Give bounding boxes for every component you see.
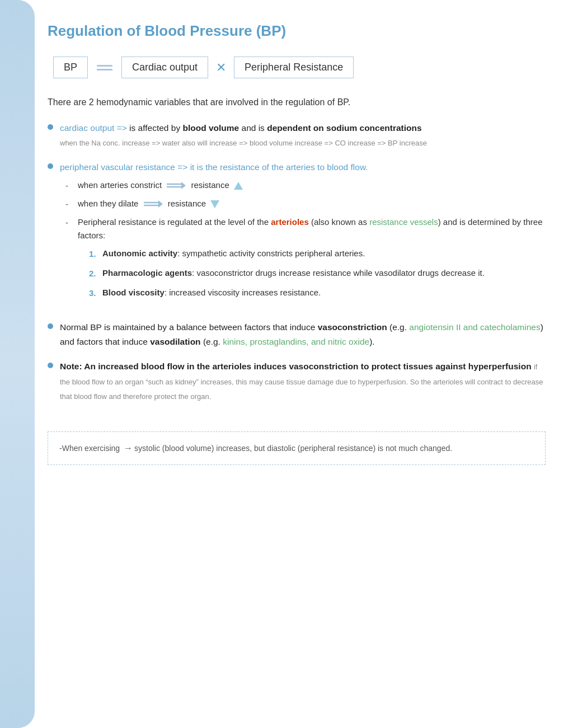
intro-text: There are 2 hemodynamic variables that a… — [48, 95, 546, 110]
numbered-bold-2: Pharmacologic agents — [102, 268, 192, 278]
bullet-dot-4 — [48, 363, 53, 368]
list-item-note: Note: An increased blood flow in the art… — [48, 359, 546, 403]
b3-text1: Normal BP is maintained by a balance bet… — [60, 322, 318, 332]
bullet-content-2: peripheral vascular resistance => it is … — [60, 160, 546, 309]
num-label-1: 1. — [89, 247, 98, 261]
term-cardiac-output: cardiac output => — [60, 123, 127, 133]
numbered-item-2: 2. Pharmacologic agents: vasoconstrictor… — [89, 266, 546, 280]
dash-3: - — [65, 216, 72, 229]
term-pvr: peripheral vascular resistance => — [60, 162, 187, 172]
pr-box: Peripheral Resistance — [234, 57, 354, 78]
numbered-content-2: Pharmacologic agents: vasoconstrictor dr… — [102, 266, 485, 280]
sub2-content: when they dilate resistance — [78, 197, 219, 210]
arrow-dilate — [144, 200, 163, 209]
bullet-dot-1 — [48, 124, 53, 130]
main-list: cardiac output => is affected by blood v… — [48, 121, 546, 404]
note-box: -When exercising →systolic (blood volume… — [48, 431, 546, 465]
page-title: Regulation of Blood Pressure (BP) — [48, 22, 546, 40]
numbered-rest-1: : sympathetic activity constricts periph… — [177, 248, 365, 258]
sub1-text2: resistance — [191, 180, 229, 190]
b3-text4: (e.g. — [201, 337, 223, 346]
b3-green2: kinins, prostaglandins, and nitric oxide — [223, 337, 369, 346]
formula-container: BP Cardiac output ✕ Peripheral Resistanc… — [53, 57, 546, 78]
bullet2-blue-text: it is the resistance of the arteries to … — [187, 162, 368, 172]
left-sidebar — [0, 0, 35, 728]
down-arrow-icon — [210, 200, 219, 208]
numbered-content-3: Blood viscosity: increased viscosity inc… — [102, 286, 321, 299]
b3-green1: angiotensin II and catecholamines — [409, 322, 540, 332]
bp-box: BP — [53, 57, 88, 78]
numbered-content-1: Autonomic activity: sympathetic activity… — [102, 247, 365, 260]
bullet-dot-2 — [48, 163, 53, 169]
co-box: Cardiac output — [121, 57, 208, 78]
svg-marker-5 — [158, 200, 163, 208]
bullet1-bold2: dependent on sodium concentrations — [267, 123, 421, 133]
numbered-rest-2: : vasoconstrictor drugs increase resista… — [192, 268, 485, 278]
list-item-normal-bp: Normal BP is maintained by a balance bet… — [48, 320, 546, 350]
arrow-constrict — [167, 181, 186, 190]
note-arrow: → — [124, 443, 133, 453]
double-arrow-svg — [167, 181, 186, 190]
num-label-2: 2. — [89, 267, 98, 280]
num-label-3: 3. — [89, 286, 98, 300]
note-text2: systolic (blood volume) increases, but d… — [134, 444, 452, 453]
note-text1: -When exercising — [59, 444, 122, 453]
main-content: Regulation of Blood Pressure (BP) BP Car… — [42, 0, 568, 487]
numbered-list: 1. Autonomic activity: sympathetic activ… — [89, 247, 546, 300]
sub-item-arterioles: - Peripheral resistance is regulated at … — [65, 215, 546, 306]
bullet-content-3: Normal BP is maintained by a balance bet… — [60, 320, 546, 350]
sub3-content: Peripheral resistance is regulated at th… — [78, 215, 546, 306]
bullet1-small: when the Na conc. increase => water also… — [60, 139, 427, 147]
times-symbol: ✕ — [216, 60, 226, 75]
dash-2: - — [65, 198, 72, 211]
sub1-content: when arteries constrict resistance — [78, 179, 243, 192]
sub3-text2: (also known as — [309, 217, 369, 227]
numbered-item-3: 3. Blood viscosity: increased viscosity … — [89, 286, 546, 300]
svg-marker-2 — [181, 182, 186, 189]
numbered-bold-3: Blood viscosity — [102, 288, 165, 297]
equals-sign — [97, 65, 112, 71]
sub-list: - when arteries constrict resistance — [65, 179, 546, 306]
numbered-item-1: 1. Autonomic activity: sympathetic activ… — [89, 247, 546, 261]
sub-item-dilate: - when they dilate resistance — [65, 197, 546, 211]
sub1-text1: when arteries constrict — [78, 180, 162, 190]
dash-1: - — [65, 179, 72, 192]
numbered-rest-3: : increased viscosity increases resistan… — [165, 288, 321, 297]
bullet-content-4: Note: An increased blood flow in the art… — [60, 359, 546, 403]
bullet1-mid: and is — [239, 123, 267, 133]
numbered-bold-1: Autonomic activity — [102, 248, 177, 258]
sub2-text1: when they dilate — [78, 199, 138, 208]
b3-text5: ). — [369, 337, 374, 346]
b3-bold1: vasoconstriction — [318, 322, 387, 332]
sub3-term-red: arterioles — [271, 217, 309, 227]
sub3-term-green: resistance vessels — [369, 217, 438, 227]
bullet1-main: is affected by — [127, 123, 183, 133]
b3-text2: (e.g. — [387, 322, 410, 332]
list-item-cardiac-output: cardiac output => is affected by blood v… — [48, 121, 546, 151]
bullet-content-1: cardiac output => is affected by blood v… — [60, 121, 546, 151]
b3-bold2: vasodilation — [150, 337, 200, 346]
sub2-text2: resistance — [168, 199, 206, 208]
double-arrow-svg-2 — [144, 200, 163, 209]
up-arrow-icon — [234, 182, 243, 190]
sub3-text1: Peripheral resistance is regulated at th… — [78, 217, 271, 227]
bullet-dot-3 — [48, 323, 53, 329]
b4-bold1: Note: An increased blood flow in the art… — [60, 361, 532, 371]
list-item-pvr: peripheral vascular resistance => it is … — [48, 160, 546, 309]
sub-item-constrict: - when arteries constrict resistance — [65, 179, 546, 192]
bullet1-bold1: blood volume — [182, 123, 239, 133]
